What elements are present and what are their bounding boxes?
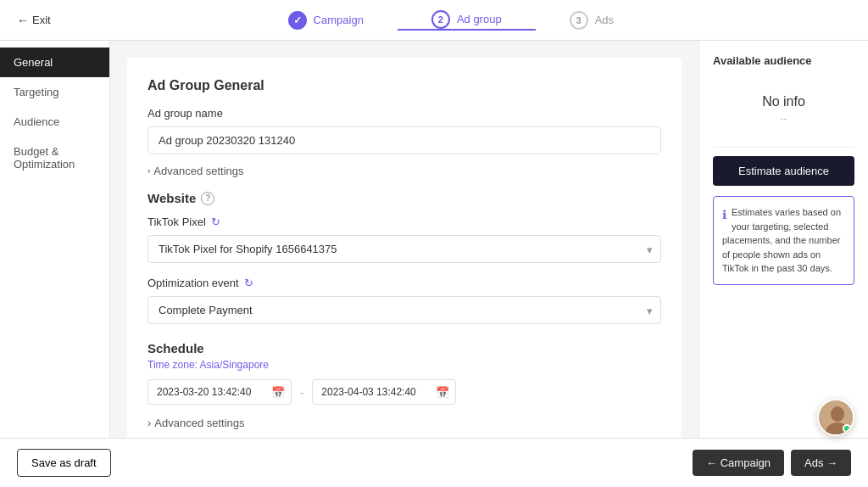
optimization-event-label: Optimization event ↻ — [147, 277, 661, 289]
nav-step-ads[interactable]: 3 Ads — [536, 10, 648, 31]
chevron-right-icon: › — [147, 166, 150, 176]
date-row: 📅 - 📅 — [147, 379, 661, 405]
nav-buttons: ← Campaign Ads → — [693, 450, 851, 476]
right-panel: Available audience No info -- Estimate a… — [698, 41, 868, 438]
website-title: Website ? — [147, 191, 661, 205]
estimate-note: ℹ Estimates varies based on your targeti… — [713, 196, 854, 285]
adgroup-name-input[interactable] — [147, 126, 661, 154]
date-separator: - — [300, 386, 303, 399]
step-label-campaign: Campaign — [314, 14, 364, 26]
avatar-online-dot — [843, 424, 851, 433]
end-date-wrapper: 📅 — [312, 379, 456, 405]
content-area: Ad Group General Ad group name › Advance… — [110, 41, 698, 438]
main-layout: General Targeting Audience Budget & Opti… — [0, 41, 868, 438]
step-circle-adgroup: 2 — [431, 10, 450, 29]
tiktok-pixel-label: TikTok Pixel ↻ — [147, 216, 661, 228]
adgroup-name-label: Ad group name — [147, 107, 661, 120]
sidebar-item-general[interactable]: General — [0, 48, 109, 77]
top-nav: ← Exit ✓ Campaign 2 Ad group 3 Ads — [0, 0, 868, 41]
no-info-box: No info -- — [713, 81, 854, 138]
pixel-select[interactable]: TikTok Pixel for Shopify 1656641375 — [147, 235, 661, 263]
nav-steps: ✓ Campaign 2 Ad group 3 Ads — [51, 10, 851, 31]
bottom-bar: Save as draft ← Campaign Ads → — [0, 438, 868, 487]
start-date-input[interactable] — [147, 379, 292, 405]
estimate-note-text: Estimates varies based on your targeting… — [722, 207, 841, 273]
step-label-adgroup: Ad group — [457, 13, 502, 25]
available-audience-title: Available audience — [713, 54, 854, 67]
content-card: Ad Group General Ad group name › Advance… — [127, 58, 682, 438]
section-title: Ad Group General — [147, 78, 661, 93]
next-ads-button[interactable]: Ads → — [791, 450, 851, 476]
timezone-label: Time zone: Asia/Singapore — [147, 359, 661, 371]
optimization-refresh-icon[interactable]: ↻ — [244, 277, 253, 289]
advanced-settings-toggle-bottom[interactable]: › Advanced settings — [147, 417, 661, 429]
nav-step-campaign[interactable]: ✓ Campaign — [254, 10, 398, 31]
chevron-down-icon: › — [147, 417, 151, 429]
step-circle-campaign: ✓ — [288, 11, 307, 30]
no-info-sub: -- — [713, 113, 854, 125]
end-date-input[interactable] — [312, 379, 456, 405]
svg-point-1 — [831, 406, 844, 422]
step-circle-ads: 3 — [570, 11, 588, 30]
website-info-icon[interactable]: ? — [201, 192, 214, 205]
schedule-title: Schedule — [147, 341, 661, 355]
sidebar-item-audience[interactable]: Audience — [0, 107, 109, 137]
avatar — [817, 399, 854, 436]
schedule-section: Schedule Time zone: Asia/Singapore 📅 - 📅 — [147, 341, 661, 405]
avatar-container[interactable] — [817, 399, 854, 436]
sidebar-item-targeting[interactable]: Targeting — [0, 77, 109, 107]
advanced-settings-toggle-top[interactable]: › Advanced settings — [147, 165, 661, 177]
back-campaign-button[interactable]: ← Campaign — [693, 450, 784, 476]
website-section: Website ? TikTok Pixel ↻ TikTok Pixel fo… — [147, 191, 661, 324]
optimization-event-select[interactable]: Complete Payment — [147, 296, 661, 324]
optimization-select-wrapper: Complete Payment ▾ — [147, 296, 661, 324]
exit-button[interactable]: ← Exit — [17, 14, 51, 27]
step-label-ads: Ads — [595, 14, 614, 26]
pixel-refresh-icon[interactable]: ↻ — [211, 216, 220, 228]
no-info-text: No info — [713, 94, 854, 109]
save-draft-button[interactable]: Save as draft — [17, 449, 111, 477]
back-arrow-icon: ← — [17, 14, 29, 27]
advanced-settings-label-bottom: Advanced settings — [154, 417, 244, 429]
sidebar-item-budget[interactable]: Budget & Optimization — [0, 137, 109, 179]
sidebar: General Targeting Audience Budget & Opti… — [0, 41, 110, 438]
start-date-wrapper: 📅 — [147, 379, 292, 405]
estimate-audience-button[interactable]: Estimate audience — [713, 156, 854, 186]
nav-step-adgroup[interactable]: 2 Ad group — [398, 10, 536, 31]
info-circle-icon: ℹ — [722, 206, 726, 224]
divider — [713, 147, 854, 148]
advanced-settings-label-top: Advanced settings — [153, 165, 243, 177]
exit-label: Exit — [32, 14, 51, 26]
pixel-select-wrapper: TikTok Pixel for Shopify 1656641375 ▾ — [147, 235, 661, 263]
